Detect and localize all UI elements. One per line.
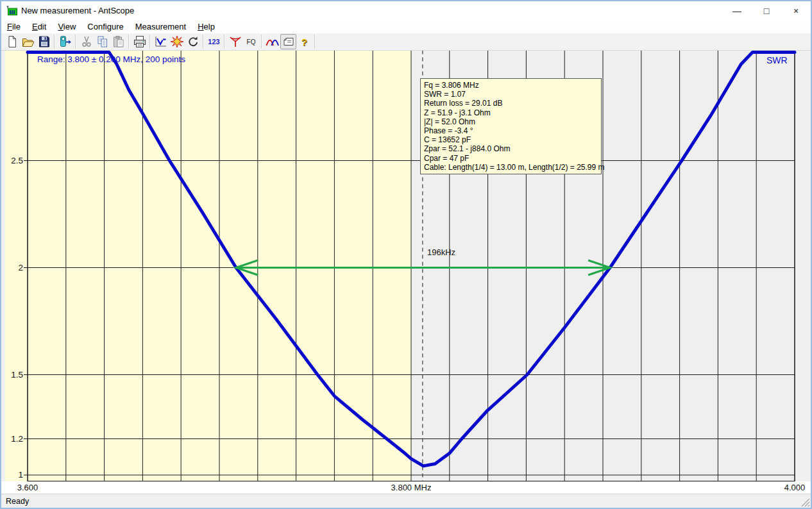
- menu-measurement[interactable]: Measurement: [130, 21, 192, 33]
- toolbar-button-dual-curves[interactable]: [264, 34, 280, 49]
- status-bar: Ready: [1, 494, 811, 508]
- paste-icon: [111, 35, 126, 49]
- toolbar-button-notes[interactable]: [280, 34, 296, 49]
- toolbar-button-new-file[interactable]: [4, 34, 20, 49]
- measurement-tooltip: Fq = 3.806 MHzSWR = 1.07Return loss = 29…: [420, 78, 602, 174]
- maximize-button[interactable]: □: [752, 1, 781, 20]
- toolbar-button-paste: [110, 34, 126, 49]
- toolbar-button-print[interactable]: [131, 34, 148, 49]
- antscope-app-icon: [6, 6, 17, 15]
- grid-horizontal-lines: [24, 161, 795, 476]
- antenna-icon: [228, 35, 243, 49]
- title-bar[interactable]: New measurement - AntScope —□×: [1, 1, 811, 20]
- toolbar-separator: [128, 35, 130, 49]
- toolbar-button-cut: [78, 34, 94, 49]
- toolbar-separator: [54, 35, 55, 49]
- fq-icon: FQ: [244, 35, 258, 49]
- window-title: New measurement - AntScope: [21, 6, 134, 15]
- toolbar-separator: [224, 35, 225, 49]
- resize-grip[interactable]: [801, 498, 810, 507]
- dual-curves-icon: [265, 35, 280, 49]
- menu-configure[interactable]: Configure: [81, 21, 129, 33]
- bandwidth-label: 196kHz: [427, 247, 455, 257]
- swr-chart-icon: [153, 35, 169, 49]
- cut-icon: [79, 35, 94, 49]
- toolbar-separator: [261, 35, 262, 49]
- range-label: Range: 3.800 ± 0.200 MHz, 200 points: [37, 54, 185, 64]
- toolbar-separator: [75, 35, 76, 49]
- toolbar-button-fq[interactable]: FQ: [243, 34, 259, 49]
- toolbar: 123FQ?: [1, 33, 811, 51]
- swr-plot[interactable]: [0, 0, 812, 509]
- tooltip-line: C = 13652 pF: [424, 135, 598, 144]
- copy-icon: [95, 35, 110, 49]
- analyzer-icon: [58, 35, 73, 49]
- y-tick-label: 1.2: [4, 434, 23, 444]
- tooltip-line: Cpar = 47 pF: [424, 154, 598, 163]
- menu-bar: FileEditViewConfigureMeasurementHelp: [1, 20, 811, 33]
- toolbar-button-save[interactable]: [36, 34, 52, 49]
- toolbar-separator: [203, 35, 204, 49]
- toolbar-button-open-file[interactable]: [20, 34, 36, 49]
- toolbar-separator: [149, 35, 151, 49]
- window-controls: —□×: [722, 1, 811, 20]
- tooltip-line: Fq = 3.806 MHz: [424, 81, 598, 90]
- open-file-icon: [21, 35, 36, 49]
- toolbar-button-refresh[interactable]: [185, 34, 201, 49]
- tooltip-line: Zpar = 52.1 - j884.0 Ohm: [424, 144, 598, 153]
- burst-icon: [169, 35, 185, 49]
- y-tick-label: 2.5: [4, 156, 23, 165]
- toolbar-button-analyzer[interactable]: [57, 34, 73, 49]
- menu-view[interactable]: View: [52, 21, 81, 33]
- toolbar-button-antenna[interactable]: [227, 34, 243, 49]
- toolbar-button-help[interactable]: ?: [296, 34, 312, 49]
- menu-help[interactable]: Help: [192, 21, 221, 33]
- print-icon: [132, 35, 148, 49]
- notes-icon: [281, 35, 296, 49]
- new-file-icon: [4, 35, 20, 49]
- toolbar-button-copy[interactable]: [94, 34, 110, 49]
- tooltip-line: Phase = -3.4 °: [424, 126, 598, 135]
- y-tick-label: 2: [4, 263, 23, 272]
- x-tick-label: 4.000: [759, 483, 812, 492]
- menu-file[interactable]: File: [1, 21, 26, 33]
- tooltip-line: Cable: Length(1/4) = 13.00 m, Length(1/2…: [424, 163, 598, 172]
- tooltip-line: Z = 51.9 - j3.1 Ohm: [424, 108, 598, 117]
- app-window: New measurement - AntScope —□× FileEditV…: [0, 0, 812, 509]
- help-icon: ?: [297, 35, 312, 49]
- save-icon: [37, 35, 52, 49]
- close-button[interactable]: ×: [781, 1, 811, 20]
- toolbar-button-swr-chart[interactable]: [153, 34, 169, 49]
- numbers-icon: 123: [207, 35, 221, 49]
- tooltip-line: SWR = 1.07: [424, 90, 598, 99]
- toolbar-button-numbers[interactable]: 123: [206, 34, 222, 49]
- y-tick-label: 1.5: [4, 370, 23, 380]
- y-tick-label: 1: [4, 470, 23, 480]
- minimize-button[interactable]: —: [722, 1, 752, 20]
- toolbar-separator: [314, 35, 316, 49]
- menu-edit[interactable]: Edit: [26, 21, 52, 33]
- swr-axis-label: SWR: [766, 55, 788, 65]
- status-text: Ready: [6, 497, 29, 506]
- refresh-icon: [185, 35, 201, 49]
- x-tick-label: 3.600: [0, 483, 63, 492]
- tooltip-line: Return loss = 29.01 dB: [424, 99, 598, 108]
- toolbar-button-burst[interactable]: [169, 34, 185, 49]
- x-tick-label: 3.800 MHz: [376, 483, 446, 492]
- tooltip-line: |Z| = 52.0 Ohm: [424, 117, 598, 126]
